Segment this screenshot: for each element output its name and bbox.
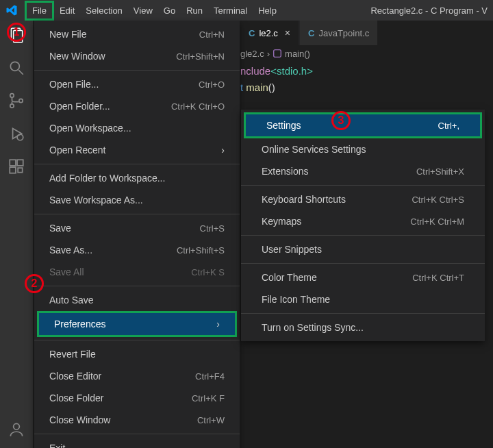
- vscode-logo-icon: [5, 4, 18, 16]
- tab-inactive[interactable]: C JavaTpoint.c: [300, 21, 377, 45]
- menu-close-folder[interactable]: Close FolderCtrl+K F: [34, 387, 240, 409]
- svg-line-3: [18, 70, 23, 75]
- menubar: File Edit Selection View Go Run Terminal…: [0, 0, 493, 21]
- menu-add-folder[interactable]: Add Folder to Workspace...: [34, 167, 240, 189]
- annotation-badge-2: 2: [25, 274, 44, 293]
- chevron-right-icon: ›: [221, 145, 225, 155]
- svg-point-4: [10, 94, 14, 97]
- label: Save Workspace As...: [49, 195, 143, 206]
- separator: [241, 185, 485, 186]
- menu-save-all: Save AllCtrl+K S: [34, 261, 240, 283]
- menu-help[interactable]: Help: [253, 3, 282, 18]
- shortcut: Ctrl+F4: [195, 371, 225, 382]
- menu-preferences[interactable]: Preferences›: [39, 313, 235, 335]
- submenu-color-theme[interactable]: Color ThemeCtrl+K Ctrl+T: [241, 266, 485, 288]
- submenu-extensions[interactable]: ExtensionsCtrl+Shift+X: [241, 160, 485, 182]
- search-icon[interactable]: [8, 59, 25, 77]
- svg-point-6: [19, 99, 23, 102]
- menu-close-window[interactable]: Close WindowCtrl+W: [34, 409, 240, 431]
- menu-close-editor[interactable]: Close EditorCtrl+F4: [34, 365, 240, 387]
- menu-save-workspace[interactable]: Save Workspace As...: [34, 189, 240, 211]
- tab-active[interactable]: C le2.c ×: [240, 21, 299, 45]
- extensions-icon[interactable]: [8, 158, 25, 175]
- annotation-badge-3: 3: [331, 111, 351, 130]
- label: Revert File: [49, 349, 96, 360]
- menu-selection[interactable]: Selection: [80, 3, 127, 18]
- menu-open-recent[interactable]: Open Recent›: [34, 139, 240, 161]
- file-menu-dropdown: New FileCtrl+N New WindowCtrl+Shift+N Op…: [34, 21, 240, 448]
- submenu-file-icon-theme[interactable]: File Icon Theme: [241, 288, 485, 310]
- submenu-settings[interactable]: SettingsCtrl+,: [246, 114, 480, 136]
- label: Turn on Settings Sync...: [262, 322, 364, 333]
- label: Close Editor: [49, 371, 101, 382]
- label: Auto Save: [49, 295, 94, 306]
- accounts-icon[interactable]: [8, 421, 25, 438]
- separator: [34, 164, 240, 164]
- svg-point-5: [10, 104, 14, 108]
- submenu-keymaps[interactable]: KeymapsCtrl+K Ctrl+M: [241, 210, 485, 232]
- separator: [34, 434, 240, 434]
- code-token: t: [240, 82, 243, 93]
- separator: [34, 70, 240, 71]
- menu-new-file[interactable]: New FileCtrl+N: [34, 23, 240, 45]
- menu-edit[interactable]: Edit: [54, 3, 80, 18]
- c-lang-icon: C: [249, 28, 255, 38]
- label: Open File...: [49, 79, 99, 90]
- menu-view[interactable]: View: [128, 3, 158, 18]
- label: Online Services Settings: [262, 144, 366, 155]
- menu-open-file[interactable]: Open File...Ctrl+O: [34, 73, 240, 95]
- separator: [34, 286, 240, 286]
- label: Save As...: [49, 245, 92, 256]
- submenu-online-services[interactable]: Online Services Settings: [241, 138, 485, 160]
- shortcut: Ctrl+N: [199, 29, 225, 40]
- label: Add Folder to Workspace...: [49, 173, 165, 184]
- menu-open-workspace[interactable]: Open Workspace...: [34, 117, 240, 139]
- menu-file[interactable]: File: [25, 1, 54, 21]
- menu-exit[interactable]: Exit: [34, 437, 240, 448]
- menu-auto-save[interactable]: Auto Save: [34, 289, 240, 311]
- menu-save[interactable]: SaveCtrl+S: [34, 217, 240, 239]
- label: Close Window: [49, 414, 110, 425]
- svg-point-8: [17, 134, 23, 140]
- breadcrumb[interactable]: gle2.c › main(): [240, 45, 310, 62]
- shortcut: Ctrl+Shift+S: [177, 245, 225, 256]
- code-editor[interactable]: nclude<stdio.h> t main(): [240, 63, 313, 96]
- label: Color Theme: [262, 272, 317, 283]
- label: Exit: [49, 443, 65, 448]
- run-debug-icon[interactable]: [8, 125, 25, 142]
- separator: [34, 214, 240, 214]
- menu-save-as[interactable]: Save As...Ctrl+Shift+S: [34, 239, 240, 261]
- separator: [241, 263, 485, 264]
- editor-tabs: C le2.c × C JavaTpoint.c: [240, 21, 377, 45]
- submenu-settings-sync[interactable]: Turn on Settings Sync...: [241, 316, 485, 338]
- label: Close Folder: [49, 393, 103, 403]
- shortcut: Ctrl+K Ctrl+O: [171, 101, 225, 112]
- menu-terminal[interactable]: Terminal: [208, 3, 253, 18]
- shortcut: Ctrl+K Ctrl+M: [410, 216, 464, 227]
- symbol-function-icon: [273, 49, 282, 58]
- label: Settings: [266, 120, 301, 131]
- svg-rect-9: [10, 160, 16, 166]
- menu-new-window[interactable]: New WindowCtrl+Shift+N: [34, 45, 240, 67]
- menu-go[interactable]: Go: [158, 3, 181, 18]
- tab-label: JavaTpoint.c: [318, 28, 369, 38]
- annotation-badge-1: 1: [7, 23, 26, 42]
- label: User Snippets: [262, 244, 322, 255]
- code-token: nclude: [240, 65, 270, 77]
- svg-rect-14: [274, 50, 281, 58]
- label: New Window: [49, 51, 105, 62]
- svg-rect-12: [18, 168, 22, 173]
- menu-run[interactable]: Run: [181, 3, 208, 18]
- breadcrumb-symbol: main(): [285, 49, 310, 59]
- close-icon[interactable]: ×: [285, 27, 290, 38]
- menu-open-folder[interactable]: Open Folder...Ctrl+K Ctrl+O: [34, 95, 240, 117]
- submenu-user-snippets[interactable]: User Snippets: [241, 238, 485, 260]
- menu-revert-file[interactable]: Revert File: [34, 343, 240, 365]
- submenu-keyboard-shortcuts[interactable]: Keyboard ShortcutsCtrl+K Ctrl+S: [241, 188, 485, 210]
- source-control-icon[interactable]: [8, 92, 25, 110]
- label: Save All: [49, 266, 84, 277]
- shortcut: Ctrl+K Ctrl+S: [412, 195, 464, 205]
- shortcut: Ctrl+K Ctrl+T: [412, 273, 464, 283]
- shortcut: Ctrl+K F: [192, 393, 225, 403]
- shortcut: Ctrl+S: [200, 223, 225, 234]
